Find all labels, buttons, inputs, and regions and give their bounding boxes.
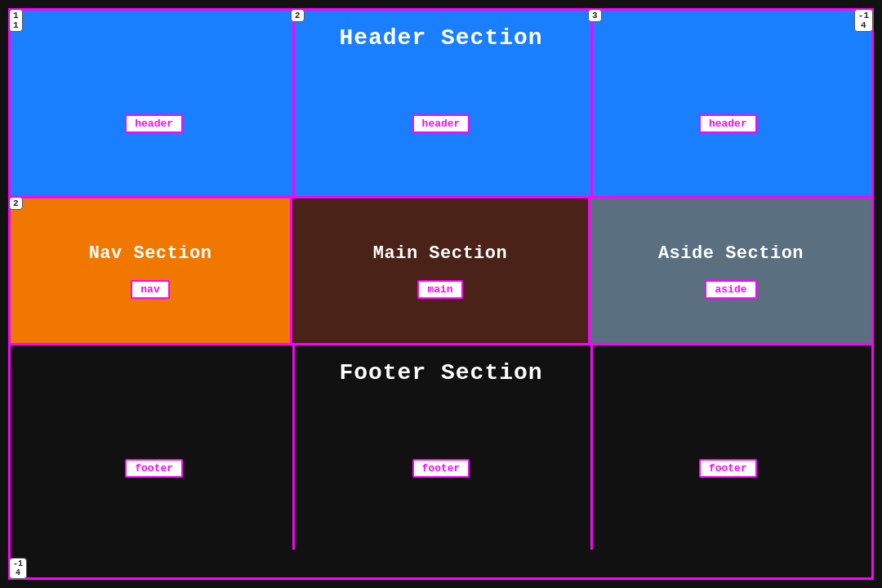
footer-tag-1: footer <box>125 459 183 478</box>
nav-section: Nav Section nav <box>11 198 292 345</box>
nav-title: Nav Section <box>89 243 212 264</box>
header-divider-2 <box>590 11 593 196</box>
main-title: Main Section <box>373 243 507 264</box>
main-section: Main Section main <box>292 198 590 345</box>
header-divider-1 <box>292 11 295 196</box>
corner-tl: 1 1 <box>9 9 23 32</box>
aside-title: Aside Section <box>658 243 804 264</box>
header-tags: header header header <box>11 74 871 133</box>
layout-grid: 1 1 2 3 -1 4 2 -1 4 Header Section heade… <box>8 8 874 580</box>
aside-tag: aside <box>705 280 756 299</box>
header-tag-3: header <box>699 114 757 133</box>
header-tag-1: header <box>125 114 183 133</box>
aside-section: Aside Section aside <box>590 198 871 345</box>
main-tag: main <box>417 280 462 299</box>
corner-bl: -1 4 <box>9 558 27 579</box>
corner-t3: 3 <box>588 9 602 22</box>
corner-t2: 2 <box>291 9 305 22</box>
footer-section: Footer Section footer footer footer <box>11 345 871 550</box>
header-tag-2: header <box>412 114 470 133</box>
corner-ml: 2 <box>9 197 23 210</box>
footer-title: Footer Section <box>339 360 542 385</box>
footer-divider-2 <box>590 345 593 550</box>
footer-divider-1 <box>292 345 295 550</box>
footer-tags: footer footer footer <box>11 418 871 478</box>
footer-tag-3: footer <box>699 459 757 478</box>
header-section: Header Section header header header <box>11 11 871 198</box>
header-title: Header Section <box>339 25 542 51</box>
nav-tag: nav <box>131 280 169 299</box>
corner-tr: -1 4 <box>854 9 873 32</box>
footer-tag-2: footer <box>412 459 470 478</box>
